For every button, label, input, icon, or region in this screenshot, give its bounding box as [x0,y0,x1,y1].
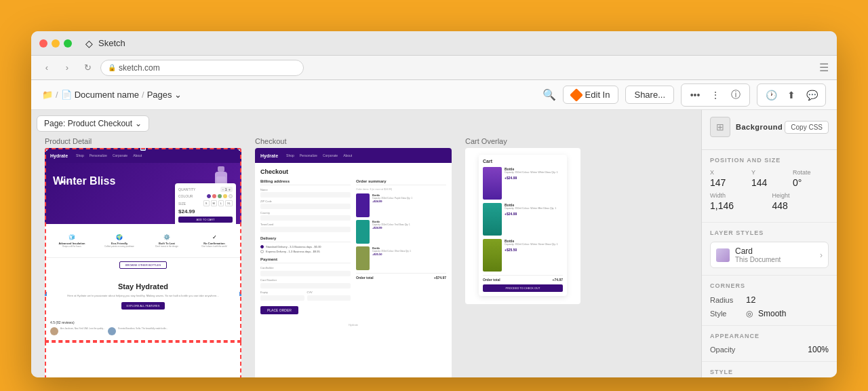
cart-info-1: Bottle Capacity: 350ml Colour: Winter Wh… [505,167,563,180]
resize-handle-tc[interactable] [140,148,146,151]
close-button[interactable] [39,39,47,48]
forward-button[interactable]: › [60,60,75,75]
edit-in-button[interactable]: Edit In [563,86,619,104]
feature-2-icon: 🌍 [96,234,143,240]
color-green[interactable] [218,194,222,198]
place-order-btn[interactable]: PLACE ORDER [260,306,298,314]
expiry-field[interactable] [260,295,304,301]
cart-desc-3: Capacity: 350ml Colour: Winter Stone Gla… [505,243,563,246]
qty-minus[interactable]: - [222,187,224,191]
width-value[interactable]: 1,146 [710,200,767,211]
artboard-product-detail-content[interactable]: Hydrate Shop Personalize Corporate About [45,148,241,377]
checkout-columns: Billing address Name ZIP Code Country To… [260,179,446,314]
info-button[interactable]: ⓘ [726,86,745,105]
size-picker[interactable]: S M L XL [203,200,233,206]
town-field[interactable] [260,227,351,232]
cart-title: Cart [483,159,563,164]
checkout-logo: Hydrate [260,153,278,158]
rotate-value[interactable]: 0° [793,177,829,188]
card-number-field[interactable] [260,283,351,288]
smooth-icon: ◎ [746,309,753,318]
qty-control[interactable]: - 1 + [220,187,233,192]
cvv-field[interactable] [307,295,351,301]
resize-handle-lc[interactable] [45,291,47,297]
copy-css-button[interactable]: Copy CSS [785,121,829,134]
resize-handle-rc[interactable] [239,291,241,297]
size-s[interactable]: S [203,200,210,206]
pages-button[interactable]: Pages ⌄ [147,90,182,100]
more-options-button[interactable]: ••• [686,86,705,105]
mini-hero: Winter Bliss [45,163,241,224]
maximize-button[interactable] [64,39,72,48]
share-button[interactable]: Share... [625,86,674,104]
product-detail-panel[interactable]: QUANTITY - 1 + COLOUR [175,183,236,224]
field-label-name: Name [260,188,351,191]
back-button[interactable]: ‹ [39,60,54,75]
nav-item-4: About [133,153,142,157]
billing-column: Billing address Name ZIP Code Country To… [260,179,351,314]
features-section: 🧊 Advanced Insulation Keeps cold for hou… [45,224,241,258]
feature-1-icon: 🧊 [48,234,96,240]
browse-bottles-btn[interactable]: BROWSE OTHER BOTTLES [119,261,167,269]
artboard-checkout-content[interactable]: Hydrate Shop Personalize Corporate About… [255,148,452,377]
color-purple[interactable] [207,194,211,198]
layer-style-item[interactable]: Card This Document › [710,242,829,268]
color-yellow[interactable] [223,194,227,198]
y-label: Y [751,169,787,176]
name-field[interactable] [260,192,351,198]
order-summary-column: Order summary Order items: 3 (or more at… [356,179,446,314]
page-label[interactable]: Page: Product Checkout ⌄ [37,115,149,132]
opacity-value[interactable]: 100% [808,345,829,354]
radio-2[interactable] [260,250,264,253]
resize-handle-tl[interactable] [45,148,47,151]
resize-handle-tr[interactable] [239,148,241,151]
cvv-label: CVV [307,291,351,294]
xy-row: X 147 Y 144 Rotate 0° [710,169,829,188]
url-text: sketch.com [119,63,160,73]
size-m[interactable]: M [211,200,217,206]
billing-title: Billing address [260,179,351,185]
height-value[interactable]: 448 [772,200,829,211]
cart-info-2: Bottle Capacity: 350ml Colour: Winter Mi… [505,203,563,216]
vertical-dots-button[interactable]: ⋮ [706,86,725,105]
color-pink[interactable] [212,194,216,198]
x-value[interactable]: 147 [710,177,746,188]
size-xl[interactable]: XL [225,200,233,206]
checkout-header: Hydrate Shop Personalize Corporate About [255,148,452,163]
checkout-nav: Shop Personalize Corporate About [286,153,352,157]
add-to-cart-btn[interactable]: ADD TO CART [178,217,233,223]
explore-btn[interactable]: EXPLORE ALL FEATURES [121,302,165,310]
zip-field[interactable] [260,204,351,209]
feature-1: 🧊 Advanced Insulation Keeps cold for hou… [48,234,96,248]
size-l[interactable]: L [218,200,224,206]
radio-1[interactable] [260,245,264,248]
clock-icon[interactable]: 🕐 [762,86,781,105]
country-field[interactable] [260,215,351,221]
feature-3-icon: ⚙️ [143,234,191,240]
cart-item-2: Bottle Capacity: 350ml Colour: Winter Mi… [483,203,563,236]
delivery-opt-1[interactable]: Standard Delivery - 3-5 Business days - … [260,245,351,248]
document-name[interactable]: Document name [75,90,139,100]
rotate-field: Rotate 0° [793,169,829,188]
color-picker[interactable] [207,194,233,198]
y-value[interactable]: 144 [751,177,787,188]
browser-menu-icon[interactable]: ☰ [819,61,829,74]
canvas-area[interactable]: Page: Product Checkout ⌄ Product Detail … [31,110,701,377]
action-cluster: 🕐 ⬆ 💬 [757,83,826,107]
qty-row: QUANTITY - 1 + [178,187,233,192]
delivery-opt-2[interactable]: Express Delivery - 1-3 Business days - $… [260,250,351,253]
qty-plus[interactable]: + [228,187,231,191]
chat-icon[interactable]: 💬 [802,86,821,105]
cardholder-field[interactable] [260,271,351,276]
color-white[interactable] [229,194,233,198]
minimize-button[interactable] [52,39,60,48]
url-bar[interactable]: 🔒 sketch.com [100,60,304,76]
height-field: Height 448 [772,192,829,211]
proceed-checkout-btn[interactable]: PROCEED TO CHECK OUT [483,284,563,292]
radius-value[interactable]: 12 [746,295,755,305]
refresh-button[interactable]: ↻ [80,60,95,75]
search-icon[interactable]: 🔍 [542,88,556,101]
cart-info-3: Bottle Capacity: 350ml Colour: Winter St… [505,239,563,252]
share-link-icon[interactable]: ⬆ [782,86,801,105]
artboard-cart-content[interactable]: Cart Bottle Capacity: 350ml Colour: Wint… [465,148,580,304]
